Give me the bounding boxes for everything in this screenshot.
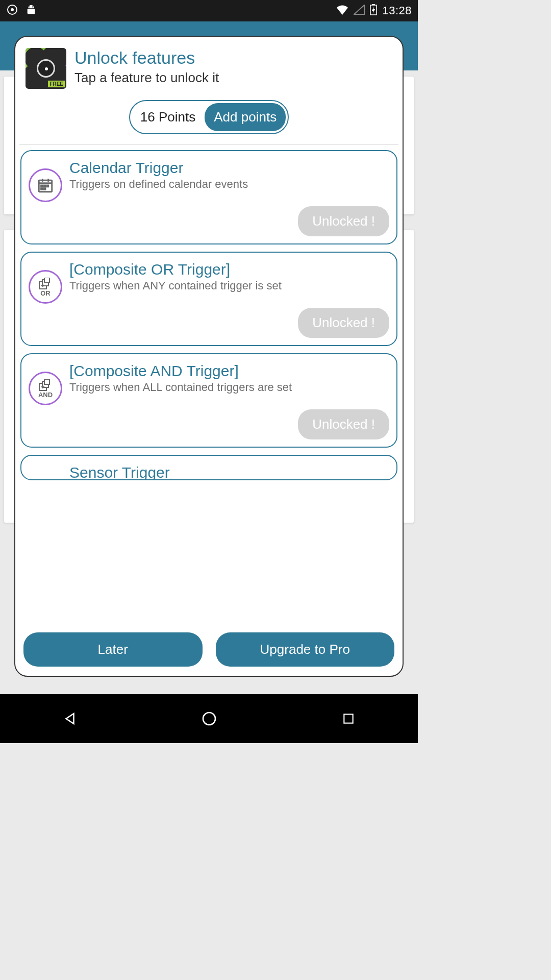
upgrade-button[interactable]: Upgrade to Pro — [216, 632, 395, 667]
unlocked-button[interactable]: Unlocked ! — [298, 409, 389, 439]
points-label: 16 Points — [132, 105, 202, 129]
calendar-icon — [29, 168, 62, 202]
recent-button[interactable] — [338, 708, 359, 729]
svg-rect-14 — [44, 188, 45, 190]
dialog-footer: Later Upgrade to Pro — [15, 624, 403, 676]
feature-desc: Triggers when ALL contained triggers are… — [69, 381, 389, 394]
feature-title: Sensor Trigger — [69, 464, 389, 480]
icon-subtext: OR — [40, 290, 51, 297]
svg-rect-22 — [44, 379, 49, 384]
composite-or-icon: OR — [29, 270, 62, 304]
feature-desc: Triggers when ANY contained trigger is s… — [69, 279, 389, 292]
status-right: 13:28 — [336, 4, 412, 17]
svg-rect-10 — [41, 185, 43, 187]
feature-list[interactable]: Calendar Trigger Triggers on defined cal… — [15, 145, 403, 624]
feature-desc: Triggers on defined calendar events — [69, 178, 389, 191]
signal-icon — [354, 5, 365, 17]
feature-card-and[interactable]: AND [Composite AND Trigger] Triggers whe… — [20, 353, 397, 448]
svg-point-2 — [29, 7, 30, 8]
later-button[interactable]: Later — [23, 632, 203, 667]
svg-rect-26 — [344, 714, 353, 723]
feature-title: [Composite AND Trigger] — [69, 362, 389, 380]
icon-subtext: AND — [38, 391, 53, 398]
record-icon — [6, 4, 18, 18]
points-row: 16 Points Add points — [19, 94, 398, 145]
add-points-button[interactable]: Add points — [205, 103, 286, 131]
dialog-header: FREE Unlock features Tap a feature to un… — [15, 37, 403, 94]
back-button[interactable] — [60, 708, 80, 729]
home-button[interactable] — [199, 708, 219, 729]
svg-rect-17 — [44, 278, 49, 283]
app-icon: FREE — [26, 48, 66, 89]
unlocked-button[interactable]: Unlocked ! — [298, 206, 389, 236]
status-time: 13:28 — [382, 4, 412, 17]
feature-card-sensor[interactable]: Sensor Trigger — [20, 455, 397, 480]
status-left — [6, 4, 37, 18]
battery-charging-icon — [370, 4, 377, 17]
wifi-icon — [336, 5, 348, 17]
svg-rect-11 — [44, 185, 45, 187]
free-badge: FREE — [47, 80, 65, 88]
svg-rect-5 — [372, 4, 375, 5]
svg-point-25 — [203, 713, 215, 725]
unlock-features-dialog: FREE Unlock features Tap a feature to un… — [14, 36, 404, 677]
android-icon — [26, 4, 37, 17]
feature-title: Calendar Trigger — [69, 159, 389, 177]
feature-title: [Composite OR Trigger] — [69, 261, 389, 278]
feature-card-or[interactable]: OR [Composite OR Trigger] Triggers when … — [20, 252, 397, 346]
composite-and-icon: AND — [29, 372, 62, 405]
points-container: 16 Points Add points — [129, 100, 289, 134]
navigation-bar — [0, 694, 418, 743]
dialog-subtitle: Tap a feature to unlock it — [74, 70, 219, 86]
unlocked-button[interactable]: Unlocked ! — [298, 308, 389, 338]
svg-rect-12 — [47, 185, 48, 187]
svg-rect-13 — [41, 188, 43, 190]
svg-point-1 — [11, 8, 14, 11]
dialog-title: Unlock features — [74, 48, 219, 68]
svg-point-3 — [32, 7, 33, 8]
feature-card-calendar[interactable]: Calendar Trigger Triggers on defined cal… — [20, 150, 397, 244]
status-bar: 13:28 — [0, 0, 418, 21]
